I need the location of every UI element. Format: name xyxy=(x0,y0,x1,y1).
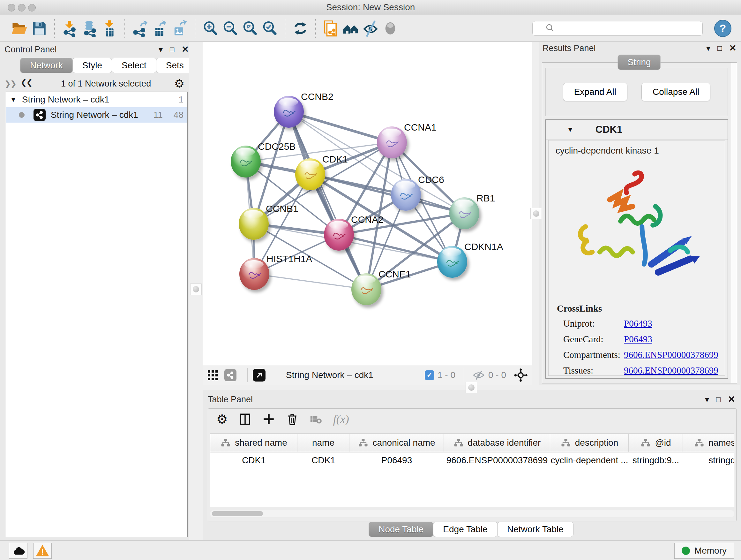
control-panel-collapse-icon[interactable]: ▾ xyxy=(158,45,163,54)
tab-edge-table[interactable]: Edge Table xyxy=(433,522,497,537)
network-options-gear-icon[interactable]: ⚙ xyxy=(174,77,185,90)
expand-all-networks-icon[interactable]: ❯❯ xyxy=(4,79,16,88)
show-columns-icon[interactable] xyxy=(239,413,252,426)
table-cell[interactable]: cyclin-dependent ... xyxy=(550,452,629,469)
table-panel-close-icon[interactable]: ✕ xyxy=(728,395,735,404)
expand-all-button[interactable]: Expand All xyxy=(563,83,627,101)
results-scrollbar[interactable] xyxy=(731,63,737,383)
zoom-out-button[interactable] xyxy=(220,18,240,38)
tab-string[interactable]: String xyxy=(617,55,661,70)
table-cell[interactable]: stringdb xyxy=(683,452,734,469)
string-badge-icon[interactable] xyxy=(224,369,237,381)
open-in-window-icon[interactable] xyxy=(253,369,266,381)
memory-button[interactable]: Memory xyxy=(674,543,734,559)
table-row[interactable]: CDK1CDK1P064939606.ENSP00000378699cyclin… xyxy=(210,452,734,469)
network-canvas[interactable]: CCNB2CCNA1CDC25BCDK1CDC6RB1CCNB1CCNA2CDK… xyxy=(203,42,532,365)
birds-eye-grid-icon[interactable] xyxy=(207,369,219,381)
search-input[interactable] xyxy=(532,21,703,36)
scrollbar-thumb[interactable] xyxy=(212,511,263,516)
divider-grip[interactable] xyxy=(190,284,202,295)
cloud-status-button[interactable] xyxy=(9,543,27,559)
table-cell[interactable]: stringdb:9... xyxy=(629,452,683,469)
network-node-CCNA1[interactable] xyxy=(377,126,407,159)
refresh-button[interactable] xyxy=(290,18,310,38)
export-table-button[interactable] xyxy=(150,18,170,38)
table-panel-divider[interactable] xyxy=(203,385,740,390)
save-session-button[interactable] xyxy=(29,18,49,38)
selected-checkbox-icon[interactable]: ✓ xyxy=(425,370,434,380)
export-image-button[interactable] xyxy=(170,18,190,38)
zoom-selected-button[interactable] xyxy=(260,18,280,38)
crosslink-value-link[interactable]: 9606.ENSP00000378699 xyxy=(624,365,718,376)
network-node-CDC25B[interactable] xyxy=(231,145,261,178)
tab-network[interactable]: Network xyxy=(20,58,73,73)
crosslink-value-link[interactable]: 9606.ENSP00000378699 xyxy=(624,350,718,360)
delete-column-icon[interactable] xyxy=(286,413,299,426)
table-options-gear-icon[interactable]: ⚙ xyxy=(216,412,228,427)
network-node-label: CCNA2 xyxy=(351,214,384,225)
zoom-fit-button[interactable] xyxy=(240,18,260,38)
tab-style[interactable]: Style xyxy=(72,58,112,73)
column-header-description[interactable]: description xyxy=(550,434,629,452)
table-cell[interactable]: 9606.ENSP00000378699 xyxy=(444,452,550,469)
column-header-name[interactable]: name xyxy=(297,434,349,452)
clone-network-button[interactable] xyxy=(321,18,341,38)
control-panel-float-icon[interactable]: □ xyxy=(170,46,175,53)
results-panel-close-icon[interactable]: ✕ xyxy=(729,44,737,53)
string-home-button[interactable] xyxy=(341,18,360,38)
network-node-CCNB2[interactable] xyxy=(274,96,304,128)
help-button[interactable]: ? xyxy=(714,20,731,37)
column-header-shared-name[interactable]: shared name xyxy=(210,434,297,452)
tab-network-table[interactable]: Network Table xyxy=(497,522,574,537)
results-panel-divider[interactable] xyxy=(532,42,539,385)
control-panel-close-icon[interactable]: ✕ xyxy=(182,45,189,54)
crosslink-value-link[interactable]: P06493 xyxy=(624,318,652,329)
fit-selected-crosshair-icon[interactable] xyxy=(514,368,528,382)
show-results-button[interactable] xyxy=(381,18,400,38)
tab-node-table[interactable]: Node Table xyxy=(368,522,433,537)
network-node-CCNA2[interactable] xyxy=(324,219,354,251)
tab-select[interactable]: Select xyxy=(112,58,156,73)
hide-results-button[interactable] xyxy=(360,18,381,38)
network-node-HIST1H1A[interactable] xyxy=(239,258,269,290)
open-session-button[interactable] xyxy=(10,18,29,38)
network-node-CCNE1[interactable] xyxy=(351,273,381,305)
collapse-all-button[interactable]: Collapse All xyxy=(642,83,711,101)
zoom-in-button[interactable] xyxy=(200,18,220,38)
import-network-file-button[interactable] xyxy=(60,18,80,38)
warning-status-button[interactable] xyxy=(33,543,52,559)
column-header--id[interactable]: @id xyxy=(629,434,683,452)
table-panel-float-icon[interactable]: □ xyxy=(716,395,721,403)
table-cell[interactable]: CDK1 xyxy=(297,452,349,469)
column-header-label: description xyxy=(575,438,618,448)
column-header-canonical-name[interactable]: canonical name xyxy=(349,434,444,452)
network-node-RB1[interactable] xyxy=(449,197,479,229)
network-node-CDK1[interactable] xyxy=(295,159,325,190)
crosslink-value-link[interactable]: P06493 xyxy=(624,334,652,345)
results-panel-collapse-icon[interactable]: ▾ xyxy=(706,44,711,52)
cdk1-section-header[interactable]: ▼ CDK1 xyxy=(546,120,728,140)
collection-expand-icon[interactable]: ▼ xyxy=(10,96,17,104)
network-collection-row[interactable]: ▼ String Network – cdk1 1 xyxy=(6,92,187,107)
table-cell[interactable]: CDK1 xyxy=(210,452,297,469)
table-horizontal-scrollbar[interactable] xyxy=(210,510,734,517)
collapse-all-networks-icon[interactable]: ❯❯ xyxy=(21,79,32,88)
table-cell[interactable]: P06493 xyxy=(349,452,444,469)
network-node-CDKN1A[interactable] xyxy=(437,246,467,278)
tab-sets[interactable]: Sets xyxy=(156,58,194,73)
import-table-button[interactable] xyxy=(99,18,119,38)
network-node-CDC6[interactable] xyxy=(391,179,421,211)
document-network-icon xyxy=(322,20,340,37)
column-header-database-identifier[interactable]: database identifier xyxy=(444,434,550,452)
results-panel-float-icon[interactable]: □ xyxy=(718,44,722,52)
network-node-CCNB1[interactable] xyxy=(239,208,269,240)
export-network-button[interactable] xyxy=(130,18,150,38)
protein-scribble-icon xyxy=(382,135,401,152)
left-panel-divider[interactable] xyxy=(189,42,203,541)
table-panel-collapse-icon[interactable]: ▾ xyxy=(705,395,709,403)
column-header-namespace[interactable]: namespace xyxy=(683,434,734,452)
section-expand-icon[interactable]: ▼ xyxy=(567,125,574,134)
add-column-icon[interactable] xyxy=(262,413,275,426)
import-network-database-button[interactable] xyxy=(80,18,99,38)
network-row-selected[interactable]: String Network – cdk1 11 48 xyxy=(6,107,187,123)
